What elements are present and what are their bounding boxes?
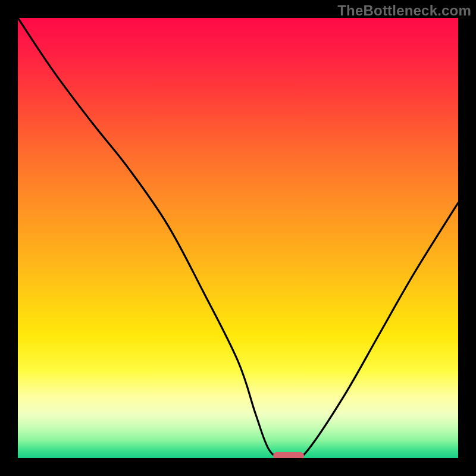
chart-frame: TheBottleneck.com xyxy=(0,0,476,476)
bottleneck-curve xyxy=(18,18,458,458)
plot-area xyxy=(18,18,458,458)
optimal-range-marker xyxy=(273,452,304,458)
attribution-label: TheBottleneck.com xyxy=(337,2,471,19)
